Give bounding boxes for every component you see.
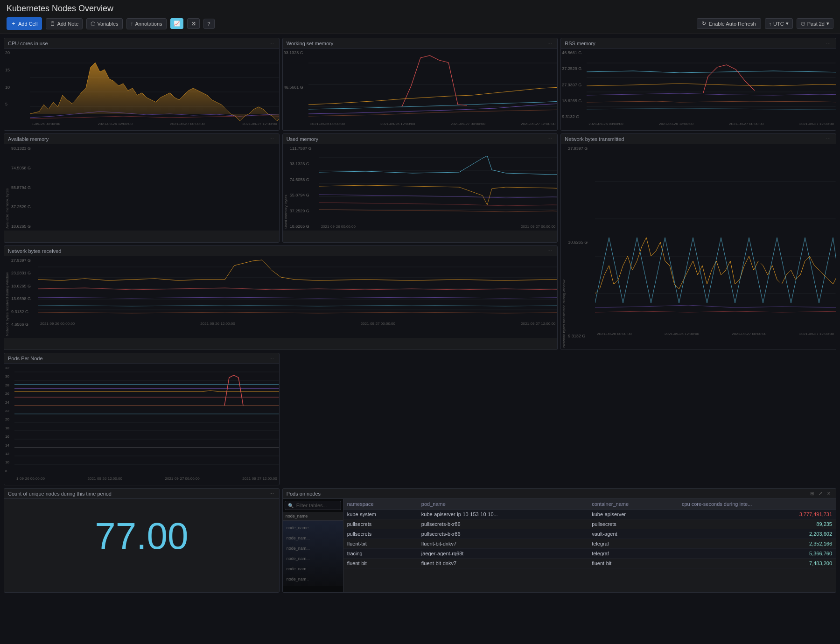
annotations-button[interactable]: ↑ Annotations	[126, 18, 167, 29]
panel-nrx-menu[interactable]: ⋯	[546, 248, 553, 254]
panel-pon-table-wrap: namespace pod_name container_name cpu co…	[343, 499, 836, 592]
panel-um-canvas: 2021-09-26 00:00:00 2021-09-27 00:00:00	[319, 144, 558, 231]
variables-button[interactable]: ⬡ Variables	[86, 18, 122, 29]
panel-nrx-chart: Network bytes received during window 27.…	[4, 256, 557, 338]
panel-rss: RSS memory ⋯ 46.5661 G37.2529 G27.9397 G…	[560, 38, 836, 131]
panel-pon-actions: ⊞ ⤢ ✕	[809, 490, 832, 497]
cell-pod-name: kube-apiserver-ip-10-153-10-10...	[418, 510, 588, 519]
cell-container: fluent-bit	[588, 559, 678, 568]
pods-table-body: kube-system kube-apiserver-ip-10-153-10-…	[343, 510, 836, 568]
panel-wm-x-labels: 2021-09-26 00:00:00 2021-09-26 12:00:00 …	[308, 121, 558, 127]
am-svg	[38, 231, 279, 243]
panel-um-chart: Used memory, bytes 111.7587 G93.1323 G74…	[283, 144, 558, 231]
panel-cpu-title: CPU cores in use	[8, 41, 48, 46]
panel-wm-menu[interactable]: ⋯	[546, 40, 553, 46]
cell-pod-name: pullsecrets-bkr86	[418, 529, 588, 539]
panel-cpu-canvas	[30, 49, 279, 121]
panel-pon-content: 🔍 node_name node_name node_nam... node_n…	[283, 499, 836, 592]
panel-ntx-x-labels: 2021-09-26 00:00:00 2021-09-26 12:00:00 …	[595, 331, 836, 337]
panel-rss-chart: 46.5661 G37.2529 G27.9397 G18.6265 G9.31…	[561, 49, 836, 130]
node-name-item: node_nam .	[285, 576, 341, 582]
panel-rss-menu[interactable]: ⋯	[825, 40, 832, 46]
panel-um-inner: 111.7587 G93.1323 G74.5058 G55.8794 G37.…	[289, 144, 558, 231]
panel-pon-menu[interactable]: ⊞	[809, 490, 815, 497]
panel-nrx-actions: ⋯	[546, 248, 553, 254]
panel-um-chart-inner: 111.7587 G93.1323 G74.5058 G55.8794 G37.…	[289, 144, 558, 231]
panel-nrx-canvas: 2021-09-26 00:00:00 2021-09-26 12:00:00 …	[38, 256, 557, 329]
cell-cpu: -3,777,491,731	[678, 510, 836, 519]
col-cpu: cpu core-seconds during inte...	[678, 499, 836, 510]
nrx-svg	[38, 256, 557, 321]
rss-svg	[587, 49, 836, 121]
cell-container: pullsecrets	[588, 519, 678, 529]
panel-am-chart-inner: 93.1323 G74.5058 G55.8794 G37.2529 G18.6…	[10, 144, 279, 231]
panel-ntx-chart-wrap: 27.9397 G18.6265 G9.3132 G	[567, 144, 836, 340]
panel-ntx-header: Network bytes transmitted ⋯	[561, 134, 836, 144]
cell-container: telegraf	[588, 539, 678, 549]
filter-input[interactable]	[296, 503, 338, 508]
panel-cpu-y-labels: 2015105	[4, 49, 30, 121]
panel-nrx-wrap: 27.9397 G23.2831 G18.6265 G13.9698 G9.31…	[10, 256, 557, 329]
panel-ppn-actions: ⋯	[268, 355, 275, 361]
panel-un-menu[interactable]: ⋯	[268, 490, 275, 497]
cell-container: kube-apiserver	[588, 510, 678, 519]
cell-pod-name: jaeger-agent-rq68t	[418, 549, 588, 559]
panel-pon-close[interactable]: ✕	[826, 490, 832, 497]
panel-pon-filter[interactable]: 🔍	[285, 501, 341, 510]
timezone-button[interactable]: ↑ UTC ▾	[765, 18, 793, 29]
col-namespace: namespace	[343, 499, 418, 510]
add-cell-button[interactable]: ＋ Add Cell	[7, 17, 42, 30]
panel-rss-header: RSS memory ⋯	[561, 38, 836, 49]
panel-ppn-chart: 32 30 28 26 24 22 20 18 16 14 12 10 8	[4, 364, 279, 485]
help-button[interactable]: ?	[203, 19, 215, 29]
panel-am-canvas: 2021-09-26 00:00:00 2021-09-27 00:00:00	[38, 231, 279, 243]
search-icon: 🔍	[288, 503, 294, 508]
panel-um-title: Used memory	[287, 136, 318, 142]
panel-used-mem: Used memory ⋯ Used memory, bytes 111.758…	[282, 133, 558, 243]
panel-pods-per-node: Pods Per Node ⋯ 32 30 28 26 24 22 20 18 …	[4, 353, 280, 485]
panel-am-menu[interactable]: ⋯	[268, 136, 275, 142]
ppn-svg	[14, 364, 279, 476]
timezone-icon: ↑	[769, 21, 772, 27]
add-note-button[interactable]: 🗒 Add Note	[46, 18, 83, 29]
panel-um-menu[interactable]: ⋯	[546, 136, 553, 142]
cell-cpu: 5,366,760	[678, 549, 836, 559]
view-toggle-button[interactable]: ⊠	[187, 18, 200, 29]
cell-namespace: tracing	[343, 549, 418, 559]
header: Kubernetes Nodes Overview ＋ Add Cell 🗒 A…	[0, 0, 840, 34]
panel-pon-expand[interactable]: ⤢	[817, 490, 824, 497]
panel-ntx-menu[interactable]: ⋯	[825, 136, 832, 142]
wm-svg	[308, 49, 558, 121]
table-row: fluent-bit fluent-bit-dnkv7 fluent-bit 7…	[343, 559, 836, 568]
plus-icon: ＋	[11, 20, 16, 28]
refresh-button[interactable]: ↻ Enable Auto Refresh	[697, 18, 761, 29]
panel-um-y-axis-label: Used memory, bytes	[283, 144, 289, 231]
panel-cpu-menu[interactable]: ⋯	[268, 40, 275, 46]
panel-pods-on-nodes: Pods on nodes ⊞ ⤢ ✕ 🔍 node_name node_nam…	[282, 488, 836, 593]
panel-ppn-menu[interactable]: ⋯	[268, 355, 275, 361]
panel-ntx-chart: Network bytes transmitted during window …	[561, 144, 836, 350]
panel-cpu-chart: 2015105	[4, 49, 279, 130]
panel-working-mem: Working set memory ⋯ 93.1323 G46.5661 G	[282, 38, 558, 131]
panel-am-y-axis-label: Available memory, bytes	[4, 144, 10, 231]
panel-um-x-labels: 2021-09-26 00:00:00 2021-09-27 00:00:00	[319, 224, 558, 230]
cell-namespace: pullsecrets	[343, 529, 418, 539]
cell-namespace: fluent-bit	[343, 539, 418, 549]
panel-am-actions: ⋯	[268, 136, 275, 142]
panel-ntx-inner: 27.9397 G18.6265 G9.3132 G	[567, 144, 836, 350]
graph-type-button[interactable]: 📈	[170, 18, 183, 29]
pods-table: namespace pod_name container_name cpu co…	[343, 499, 836, 568]
panel-rss-title: RSS memory	[565, 41, 595, 46]
panel-ntx-y-labels: 27.9397 G18.6265 G9.3132 G	[567, 144, 595, 340]
time-range-button[interactable]: ◷ Past 2d ▾	[797, 18, 833, 29]
panel-wm-y-labels: 93.1323 G46.5661 G	[283, 49, 308, 121]
toolbar: ＋ Add Cell 🗒 Add Note ⬡ Variables ↑ Anno…	[7, 17, 833, 30]
panel-ppn-x-labels: 1-09-26 00:00:00 2021-09-26 12:00:00 202…	[14, 476, 279, 482]
cell-pod-name: pullsecrets-bkr86	[418, 519, 588, 529]
panel-wm-header: Working set memory ⋯	[283, 38, 558, 49]
panel-wm-title: Working set memory	[287, 41, 334, 46]
cell-cpu: 2,203,602	[678, 529, 836, 539]
panel-wm-canvas	[308, 49, 558, 121]
toolbar-right: ↻ Enable Auto Refresh ↑ UTC ▾ ◷ Past 2d …	[697, 18, 833, 29]
clock-icon: ◷	[801, 21, 805, 27]
